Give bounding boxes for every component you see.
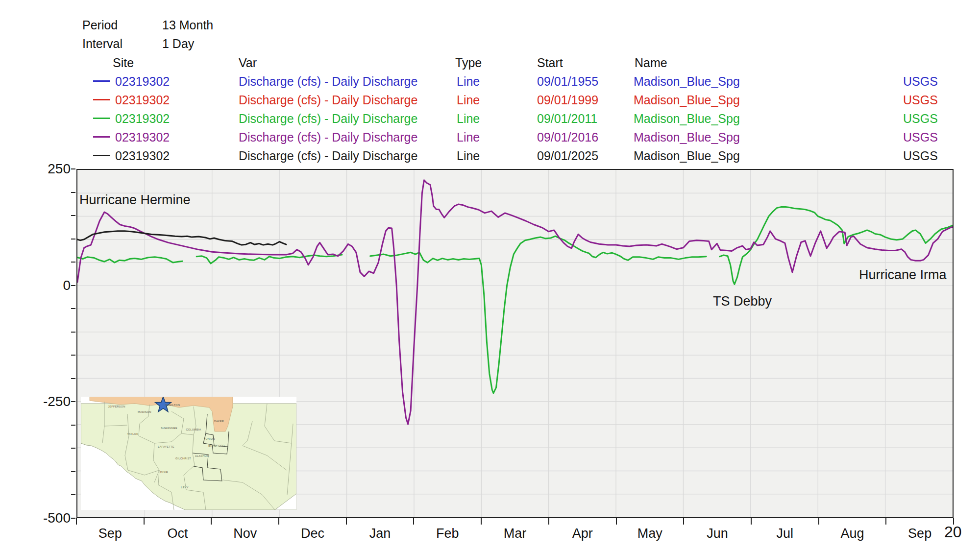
map-county-label: LAFAYETTE (158, 445, 174, 448)
x-axis-month-label: May (616, 526, 684, 541)
legend-source: USGS (903, 74, 938, 89)
legend-source: USGS (903, 93, 938, 107)
y-axis-label: 0 (25, 277, 71, 294)
x-axis-tick (211, 518, 212, 525)
x-axis-month-label: Apr (549, 526, 616, 541)
legend-site: 02319302 (115, 130, 170, 144)
legend-header-start: Start (537, 56, 563, 70)
x-axis-tick (818, 518, 819, 525)
map-county-label: BRADFORD (208, 444, 224, 447)
legend-source: USGS (903, 112, 938, 126)
legend-type: Line (457, 74, 480, 89)
legend-var: Discharge (cfs) - Daily Discharge (239, 93, 417, 107)
y-axis-tick (71, 425, 75, 426)
data-line (77, 231, 286, 245)
y-axis-tick (71, 192, 75, 193)
map-county-label: MADISON (138, 410, 151, 413)
legend-start: 09/01/1999 (537, 93, 598, 107)
x-axis-tick (885, 518, 886, 525)
y-axis-tick (71, 378, 75, 379)
legend-site: 02319302 (115, 112, 170, 126)
x-axis-tick (481, 518, 482, 525)
y-axis-tick (71, 239, 75, 240)
legend-source: USGS (903, 130, 938, 144)
florida-map-inset: JEFFERSONMADISONHAMILTONSUWANNEECOLUMBIA… (81, 397, 296, 510)
x-axis-month-label: Sep (886, 526, 954, 541)
x-axis-month-label: Jun (684, 526, 751, 541)
legend-start: 09/01/2011 (537, 112, 597, 126)
x-axis-year-suffix: 20 (944, 523, 962, 541)
map-county-label: COLUMBIA (186, 428, 201, 431)
map-county-label: HAMILTON (165, 404, 180, 407)
data-line (77, 257, 182, 263)
y-axis-tick (71, 518, 75, 519)
chart-annotation: Hurricane Hermine (79, 192, 191, 208)
x-axis-month-label: Jan (346, 526, 414, 541)
y-axis-tick (71, 285, 75, 286)
x-axis-tick (548, 518, 549, 525)
data-line (77, 180, 953, 424)
map-county-label: ALACHUA (195, 455, 209, 457)
x-axis-tick (144, 518, 145, 525)
x-axis-tick (346, 518, 347, 525)
legend-name: Madison_Blue_Spg (634, 149, 740, 163)
map-county-label: DIXIE (160, 471, 168, 474)
x-axis-tick (616, 518, 617, 525)
series-dash-icon (93, 155, 110, 156)
x-axis-tick (76, 518, 77, 525)
legend-site: 02319302 (115, 74, 170, 89)
y-axis-tick (71, 308, 75, 309)
legend-header-name: Name (635, 56, 667, 70)
legend-start: 09/01/1955 (537, 74, 598, 89)
x-axis-tick (278, 518, 279, 525)
legend-site: 02319302 (115, 93, 170, 107)
data-line (196, 255, 342, 264)
y-axis-tick (71, 471, 75, 472)
y-axis-label: -250 (25, 393, 71, 410)
x-axis-month-label: Aug (819, 526, 886, 541)
legend-name: Madison_Blue_Spg (634, 93, 740, 107)
legend-name: Madison_Blue_Spg (634, 130, 740, 144)
legend-type: Line (457, 149, 480, 163)
interval-label: Interval (82, 37, 122, 51)
chart-annotation: TS Debby (713, 294, 772, 309)
x-axis-month-label: Jul (751, 526, 819, 541)
map-county-label: JEFFERSON (108, 405, 125, 408)
legend-site: 02319302 (115, 149, 170, 163)
legend-header-row: Site Var Type Start Name (0, 56, 980, 69)
legend-source: USGS (903, 149, 938, 163)
map-county-label: SUWANNEE (161, 427, 177, 430)
legend-row[interactable]: 02319302Discharge (cfs) - Daily Discharg… (0, 149, 980, 163)
legend-row[interactable]: 02319302Discharge (cfs) - Daily Discharg… (0, 93, 980, 107)
legend-header-type: Type (455, 56, 482, 70)
app-window: Period 13 Month Interval 1 Day Site Var … (0, 0, 980, 551)
legend-row[interactable]: 02319302Discharge (cfs) - Daily Discharg… (0, 112, 980, 125)
legend-row[interactable]: 02319302Discharge (cfs) - Daily Discharg… (0, 74, 980, 88)
legend-var: Discharge (cfs) - Daily Discharge (239, 74, 417, 89)
map-county-label: GILCHRIST (175, 457, 191, 460)
x-axis-month-label: Nov (211, 526, 279, 541)
interval-value: 1 Day (162, 37, 194, 51)
series-dash-icon (93, 118, 110, 119)
y-axis-tick (71, 262, 75, 263)
y-axis-label: -500 (25, 510, 71, 527)
legend-row[interactable]: 02319302Discharge (cfs) - Daily Discharg… (0, 130, 980, 144)
x-axis-tick (683, 518, 684, 525)
legend-header-site: Site (113, 56, 134, 70)
y-axis-tick (71, 355, 75, 356)
legend-header-var: Var (239, 56, 257, 70)
series-dash-icon (93, 136, 110, 138)
x-axis-month-label: Sep (76, 526, 144, 541)
x-axis-tick (751, 518, 752, 525)
legend-name: Madison_Blue_Spg (634, 112, 740, 126)
legend-var: Discharge (cfs) - Daily Discharge (239, 112, 417, 126)
x-axis-month-label: Oct (144, 526, 212, 541)
legend-var: Discharge (cfs) - Daily Discharge (239, 149, 417, 163)
map-county-label: TAYLOR (127, 432, 139, 435)
series-dash-icon (93, 80, 110, 82)
series-dash-icon (93, 99, 110, 100)
legend-type: Line (457, 130, 480, 144)
legend-var: Discharge (cfs) - Daily Discharge (239, 130, 417, 144)
x-axis-month-label: Mar (481, 526, 549, 541)
map-county-label: BAKER (214, 420, 224, 423)
